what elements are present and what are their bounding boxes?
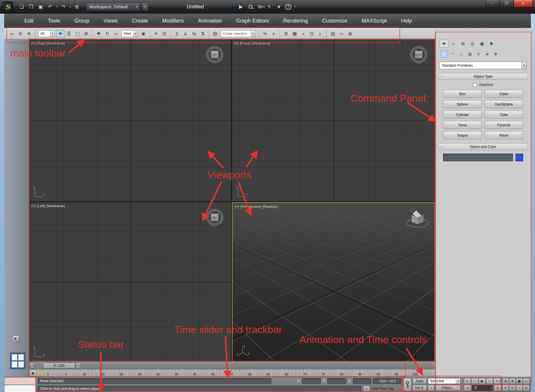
layout-tabs-expand-button[interactable]: ▶ xyxy=(12,335,19,341)
select-and-scale-icon[interactable]: ▱ xyxy=(112,30,120,38)
menu-item-animation[interactable]: Animation xyxy=(191,14,229,28)
primitive-button-pyramid[interactable]: Pyramid xyxy=(485,121,523,129)
reference-coordinate-system-dropdown[interactable]: View▾ xyxy=(121,30,138,37)
search-icon[interactable] xyxy=(246,2,255,11)
viewport-general-menu[interactable]: [+] xyxy=(234,41,238,45)
workspace-menu-dropdown[interactable]: ▾ xyxy=(142,3,148,11)
viewcube[interactable] xyxy=(408,211,427,230)
angle-snap-icon[interactable]: ∠ xyxy=(181,30,190,38)
license-key-icon[interactable] xyxy=(255,2,264,11)
viewport-pov-menu[interactable]: [Left] xyxy=(37,204,45,208)
zoom-all-icon[interactable]: ⊛ xyxy=(509,378,516,384)
tab-create[interactable]: ✚ xyxy=(440,40,448,47)
new-scene-button[interactable]: ❏ xyxy=(17,2,26,11)
key-mode-toggle-button[interactable]: ➔ xyxy=(464,385,471,391)
time-configuration-button[interactable]: ◷ xyxy=(494,385,501,391)
add-time-tag-label[interactable]: Add Time Tag xyxy=(372,386,394,392)
align-icon[interactable]: ≡ xyxy=(270,30,278,38)
application-menu-button[interactable]: S xyxy=(2,1,13,12)
name-and-color-rollout-header[interactable]: − Name and Color xyxy=(438,143,528,150)
autogrid-checkbox[interactable] xyxy=(473,83,477,87)
select-and-move-icon[interactable]: ✚ xyxy=(95,30,103,38)
time-slider-handle[interactable]: 0 / 100 xyxy=(43,363,75,369)
redo-button[interactable]: ↷ xyxy=(59,2,68,11)
category-geometry[interactable]: ● xyxy=(440,50,448,58)
chevron-down-icon[interactable]: ▾ xyxy=(521,62,526,69)
open-file-button[interactable]: ❒ xyxy=(27,2,36,11)
go-to-start-button[interactable]: « xyxy=(464,378,471,384)
maximize-button[interactable]: ❐ xyxy=(500,0,513,7)
menu-item-graph-editors[interactable]: Graph Editors xyxy=(229,14,276,28)
menu-item-help[interactable]: Help xyxy=(394,14,419,28)
tab-utilities[interactable]: ✱ xyxy=(487,40,496,47)
percent-snap-icon[interactable]: % xyxy=(190,30,198,38)
primitive-button-cone[interactable]: Cone xyxy=(485,90,523,98)
menu-item-edit[interactable]: Edit xyxy=(17,14,41,28)
viewport-shading-menu[interactable]: [Wireframe] xyxy=(251,41,270,45)
manage-layers-icon[interactable]: ≣ xyxy=(282,30,290,38)
keyboard-shortcut-override-icon[interactable]: ⊟ xyxy=(160,30,168,38)
viewport-layout-2x2-tab[interactable] xyxy=(10,353,26,369)
selection-filter-dropdown[interactable]: All▾ xyxy=(38,30,55,37)
snaps-toggle-icon[interactable]: 3 xyxy=(173,30,181,38)
viewport-left[interactable]: [+] [Left] [Wireframe] LEFT z y xyxy=(29,202,231,361)
viewport-general-menu[interactable]: [+] xyxy=(31,41,36,45)
window-crossing-icon[interactable]: ⊞ xyxy=(82,30,90,38)
frame-spinner-down-icon[interactable]: ▾ xyxy=(491,388,492,390)
viewcube-face[interactable]: TOP xyxy=(211,51,219,58)
select-object-icon[interactable]: ➤ xyxy=(56,30,64,38)
go-to-end-button[interactable]: » xyxy=(493,378,501,384)
viewport-general-menu[interactable]: [+] xyxy=(235,205,239,209)
viewcube[interactable]: LEFT xyxy=(206,209,223,226)
viewport-general-menu[interactable]: [+] xyxy=(31,204,36,208)
previous-frame-button[interactable]: ‹ xyxy=(471,378,478,384)
material-editor-icon[interactable]: ◐ xyxy=(316,30,324,38)
viewport-front[interactable]: [+] [Front] [Wireframe] FRONT z x xyxy=(232,39,435,201)
minimize-button[interactable]: ─ xyxy=(486,0,499,7)
viewport-pov-menu[interactable]: [Front] xyxy=(240,41,250,45)
viewport-pov-menu[interactable]: [Top] xyxy=(37,41,45,45)
signin-play-icon[interactable]: ▶ xyxy=(236,2,245,11)
favorites-star-icon[interactable]: ★ xyxy=(274,2,283,11)
current-frame-field[interactable]: 0 ▴ ▾ xyxy=(472,385,493,391)
communication-center-icon[interactable]: ↖ xyxy=(265,2,274,11)
viewcube[interactable]: TOP xyxy=(206,46,223,63)
viewport-perspective[interactable]: [+] [Perspective] [Realistic] z x y xyxy=(232,202,435,361)
next-frame-slider-button[interactable]: > xyxy=(76,363,80,369)
viewcube-face[interactable]: LEFT xyxy=(211,213,219,221)
zoom-icon[interactable]: ⊕ xyxy=(502,378,509,384)
named-selection-sets-dropdown[interactable]: Create Selection▾ xyxy=(221,30,256,37)
edit-named-selection-sets-icon[interactable]: ▤ xyxy=(211,30,219,38)
key-filters-button[interactable]: Filters... xyxy=(436,385,461,391)
viewcube-face[interactable]: FRONT xyxy=(415,51,423,58)
rollout-collapse-icon[interactable]: − xyxy=(441,144,443,150)
select-and-manipulate-icon[interactable]: ✛ xyxy=(152,30,160,38)
primitive-button-plane[interactable]: Plane xyxy=(485,131,523,139)
menu-item-customize[interactable]: Customize xyxy=(315,14,354,28)
tab-display[interactable]: ▣ xyxy=(477,40,486,47)
field-of-view-icon[interactable]: ◔ xyxy=(516,385,523,391)
render-setup-icon[interactable]: ▤ xyxy=(329,30,337,38)
viewcube[interactable]: FRONT xyxy=(410,46,427,63)
z-coordinate-field[interactable] xyxy=(353,378,371,384)
zoom-region-icon[interactable]: ▭ xyxy=(523,378,529,384)
primitive-button-teapot[interactable]: Teapot xyxy=(443,131,482,139)
curve-editor-icon[interactable]: ≈ xyxy=(299,30,307,38)
menu-item-group[interactable]: Group xyxy=(67,14,96,28)
maxscript-mini-listener-script-line[interactable] xyxy=(4,385,36,392)
maxscript-mini-listener-macro-line[interactable] xyxy=(4,377,36,385)
graphite-ribbon-icon[interactable]: ▦ xyxy=(291,30,299,38)
mini-curve-editor-button[interactable]: ▦ xyxy=(30,370,36,376)
play-button[interactable]: ▶ xyxy=(479,378,486,384)
zoom-extents-all-icon[interactable]: ▣ xyxy=(516,378,523,384)
spinner-snap-icon[interactable]: ⇅ xyxy=(199,30,207,38)
tab-motion[interactable]: ◎ xyxy=(468,40,477,47)
primitive-button-sphere[interactable]: Sphere xyxy=(443,100,482,108)
object-name-field[interactable] xyxy=(443,154,513,161)
category-shapes[interactable]: ◠ xyxy=(449,50,457,58)
schematic-view-icon[interactable]: ⊡ xyxy=(308,30,316,38)
viewport-top[interactable]: [+] [Top] [Wireframe] TOP y x xyxy=(29,39,231,201)
mirror-icon[interactable]: ⇋ xyxy=(261,30,269,38)
workspace-dropdown[interactable]: Workspace: Default ▾ xyxy=(86,3,141,11)
help-icon-dropdown[interactable]: ▾ xyxy=(293,5,297,8)
